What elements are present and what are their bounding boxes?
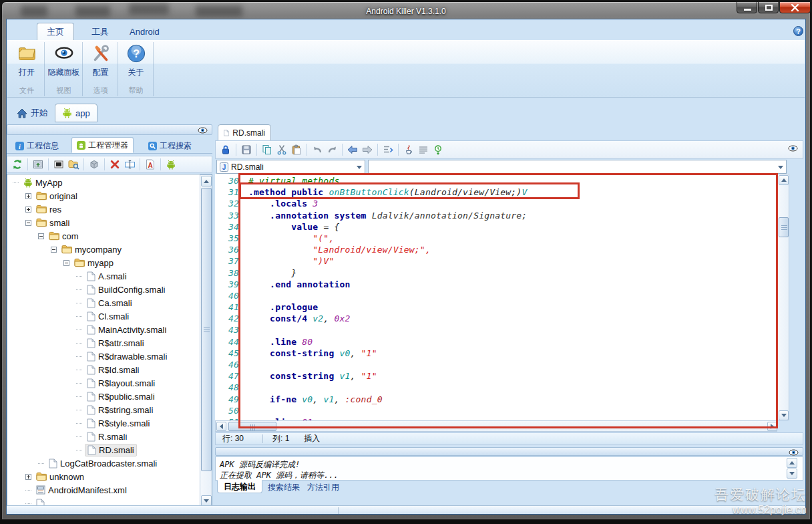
tree-item[interactable]: com	[7, 229, 200, 243]
tree-item-label[interactable]: R$style.smali	[85, 418, 152, 429]
tab-project-manager[interactable]: 工程管理器	[71, 137, 134, 153]
tab-project-info[interactable]: i 工程信息	[11, 138, 63, 153]
code-line[interactable]: 36 "Landroid/view/View;",	[222, 245, 777, 256]
code-line[interactable]: 38 }	[222, 268, 777, 279]
about-button[interactable]: ? 关于	[119, 43, 153, 77]
delete-icon[interactable]	[108, 158, 122, 171]
collapse-icon[interactable]	[63, 260, 69, 266]
tree-item[interactable]: A.smali	[7, 269, 200, 283]
maximize-button[interactable]	[758, 1, 779, 13]
tree-item-label[interactable]: R$Id.smali	[85, 364, 141, 376]
expand-icon[interactable]	[25, 207, 31, 213]
close-button[interactable]	[779, 1, 811, 13]
tree-item-label[interactable]: A.smali	[85, 271, 129, 282]
panel-icon[interactable]	[51, 158, 66, 171]
tree-item[interactable]: original	[7, 189, 200, 203]
tree-item-label[interactable]: MainActivity.smali	[85, 324, 168, 336]
tree-item[interactable]: MainActivity.smali	[7, 323, 200, 336]
log-output[interactable]: APK 源码反编译完成! 正在提取 APK 源码，请稍等...	[215, 456, 803, 481]
doc-tab-app[interactable]: app	[55, 104, 97, 122]
back-icon[interactable]	[345, 143, 360, 156]
tree-item-label[interactable]: MyApp	[21, 177, 64, 188]
code-line[interactable]: 39 .end annotation	[222, 279, 777, 291]
tree-item[interactable]: R$public.smali	[7, 390, 200, 403]
tree-item-label[interactable]: R$layout.smali	[85, 378, 157, 389]
scroll-thumb[interactable]	[779, 217, 789, 237]
tree-item-label[interactable]: com	[47, 231, 81, 242]
scroll-down-button[interactable]	[779, 410, 789, 420]
code-line[interactable]: 31.method public onBtButtonClick(Landroi…	[222, 187, 777, 199]
open-button[interactable]: 打开	[9, 43, 44, 77]
tree-item-label[interactable]: res	[34, 204, 63, 215]
java-icon[interactable]	[401, 143, 416, 156]
tree-item-label[interactable]: R$string.smali	[85, 404, 155, 416]
code-line[interactable]: 49 if-ne v0, v1, :cond_0	[222, 394, 777, 406]
tab-project-search[interactable]: 工程搜索	[144, 138, 196, 153]
tree-item[interactable]: R$style.smali	[7, 416, 200, 430]
code-line[interactable]: 35 "(",	[222, 233, 777, 245]
expand-icon[interactable]	[25, 474, 31, 480]
code-line[interactable]: 32 .locals 3	[222, 199, 777, 210]
undo-icon[interactable]	[310, 143, 325, 156]
search-combo[interactable]	[368, 160, 787, 174]
folder-search-icon[interactable]	[66, 158, 81, 171]
tree-item[interactable]: res	[7, 203, 200, 216]
code-line[interactable]: 30# virtual methods	[222, 176, 777, 187]
redo-icon[interactable]	[325, 143, 339, 156]
minimize-button[interactable]	[737, 1, 757, 13]
tree-item[interactable]: RD.smali	[7, 443, 200, 456]
tree-item[interactable]: R$attr.smali	[7, 336, 200, 350]
code-line[interactable]: 34 value = {	[222, 222, 777, 233]
tree-item-label[interactable]: BuildConfig.smali	[85, 284, 167, 295]
cut-icon[interactable]	[274, 143, 289, 156]
code-line[interactable]: 50	[222, 406, 777, 417]
tree-item-label[interactable]: Cl.smali	[85, 311, 131, 322]
rename-icon[interactable]	[122, 158, 137, 171]
ribbon-tab-home[interactable]: 主页	[37, 23, 74, 41]
tree-item-label[interactable]: R$attr.smali	[85, 338, 146, 349]
code-line[interactable]: 44 .line 80	[222, 337, 777, 348]
scroll-right-button[interactable]	[767, 422, 777, 431]
collapse-icon[interactable]	[25, 220, 31, 226]
tree-item-label[interactable]: Ca.smali	[85, 297, 134, 309]
tree-item[interactable]: R$drawable.smali	[7, 350, 200, 363]
letter-a-icon[interactable]: A	[143, 158, 158, 171]
collapse-icon[interactable]	[51, 247, 57, 253]
package-icon[interactable]	[87, 158, 102, 171]
editor-vscrollbar[interactable]	[777, 174, 789, 420]
scroll-down-button[interactable]	[787, 469, 797, 479]
tree-item[interactable]: R$string.smali	[7, 403, 200, 416]
tree-item[interactable]: LogCatBroadcaster.smali	[7, 456, 200, 470]
tree-item-label[interactable]: mycompany	[59, 244, 124, 255]
configure-button[interactable]: 配置	[83, 43, 118, 77]
goto-icon[interactable]	[381, 143, 395, 156]
tree-item[interactable]: mycompany	[7, 243, 200, 256]
save-icon[interactable]	[239, 143, 254, 156]
scroll-down-button[interactable]	[201, 495, 212, 506]
code-editor[interactable]: 30# virtual methods31.method public onBt…	[215, 174, 777, 420]
tree-scrollbar[interactable]	[200, 174, 212, 507]
tree-item[interactable]: Cl.smali	[7, 309, 200, 323]
tree-item[interactable]: Ca.smali	[7, 296, 200, 309]
screenshot-icon[interactable]	[31, 158, 45, 171]
hide-panel-button[interactable]: 隐藏面板	[45, 43, 82, 77]
tree-item[interactable]: AndroidManifest.xml	[7, 483, 200, 497]
code-line[interactable]: 37 ")V"	[222, 256, 777, 267]
tree-item[interactable]: MyApp	[7, 176, 200, 189]
tree-item[interactable]: unknown	[7, 470, 200, 483]
code-line[interactable]: 42 const/4 v2, 0x2	[222, 313, 777, 325]
tree-item-label[interactable]: myapp	[72, 257, 116, 269]
help-icon[interactable]: ?	[793, 26, 803, 36]
tree-item-label[interactable]: unknown	[34, 471, 86, 483]
ribbon-tab-android[interactable]: Android	[120, 24, 169, 40]
code-line[interactable]: 47 const-string v1, "1"	[222, 371, 777, 382]
tab-method-references[interactable]: 方法引用	[301, 481, 345, 494]
forward-icon[interactable]	[360, 143, 375, 156]
scroll-thumb[interactable]	[228, 422, 276, 431]
tree-item-label[interactable]: R.smali	[85, 431, 129, 442]
paste-icon[interactable]	[289, 143, 304, 156]
scroll-left-button[interactable]	[216, 422, 226, 431]
editor-eye-icon[interactable]	[788, 145, 798, 152]
code-line[interactable]: 48	[222, 382, 777, 394]
history-icon[interactable]	[431, 143, 445, 156]
